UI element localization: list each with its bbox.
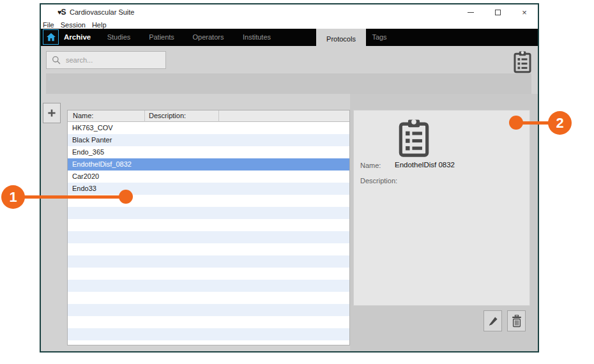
minimize-icon[interactable] <box>461 6 480 19</box>
table-body: HK763_COVBlack PanterEndo_365EndothelDis… <box>68 122 349 345</box>
home-button[interactable] <box>43 29 59 45</box>
table-row-empty[interactable] <box>68 231 349 243</box>
tab-tags[interactable]: Tags <box>372 33 386 41</box>
table-row-Endo_365[interactable]: Endo_365 <box>68 146 349 158</box>
screenshot-stage: ♥S Cardiovascular Suite × FileSessionHel… <box>0 0 594 364</box>
table-row-empty[interactable] <box>68 304 349 316</box>
column-separator <box>144 110 145 122</box>
protocols-table: Name: Description: HK763_COVBlack Panter… <box>67 110 350 345</box>
menu-item-help[interactable]: Help <box>92 21 107 29</box>
toolbar-strip <box>46 73 531 94</box>
delete-protocol-button[interactable] <box>507 310 526 331</box>
table-row-empty[interactable] <box>68 340 349 345</box>
callout-1-dot <box>119 190 133 204</box>
table-row-empty[interactable] <box>68 255 349 268</box>
table-row-Black Panter[interactable]: Black Panter <box>68 134 349 146</box>
table-row-empty[interactable] <box>68 268 349 280</box>
edit-protocol-button[interactable] <box>484 310 502 331</box>
maximize-icon[interactable] <box>488 6 507 19</box>
pencil-icon <box>487 315 499 327</box>
close-icon[interactable]: × <box>515 6 534 19</box>
table-row-empty[interactable] <box>68 219 349 231</box>
table-row-empty[interactable] <box>68 316 349 328</box>
table-row-empty[interactable] <box>68 243 349 255</box>
column-header-description: Description: <box>149 112 186 119</box>
trash-icon <box>511 315 522 328</box>
menubar: FileSessionHelp <box>41 20 538 29</box>
callout-1-badge: 1 <box>1 185 25 209</box>
search-box <box>46 51 166 69</box>
callout-2-badge: 2 <box>548 111 572 135</box>
title-bar: ♥S Cardiovascular Suite × <box>41 4 538 20</box>
table-row-EndothelDisf_0832[interactable]: EndothelDisf_0832 <box>68 158 349 171</box>
callout-2-dot <box>509 116 523 130</box>
detail-description-label: Description: <box>360 177 397 185</box>
protocols-clipboard-button[interactable] <box>512 50 533 73</box>
search-input[interactable] <box>66 56 155 64</box>
tab-patients[interactable]: Patients <box>149 33 174 41</box>
table-row-empty[interactable] <box>68 207 349 219</box>
column-separator <box>218 110 219 122</box>
tab-protocols[interactable]: Protocols <box>316 29 366 49</box>
home-icon <box>46 33 56 42</box>
table-row-empty[interactable] <box>68 280 349 292</box>
detail-name-value: EndothelDisf 0832 <box>395 161 455 169</box>
menu-item-session[interactable]: Session <box>61 21 86 29</box>
window-title: Cardiovascular Suite <box>70 8 135 16</box>
callout-1-line <box>13 195 126 199</box>
nav-archive-label[interactable]: Archive <box>64 33 91 41</box>
protocol-detail-panel: Name: EndothelDisf 0832 Description: <box>353 110 530 306</box>
table-row-HK763_COV[interactable]: HK763_COV <box>68 122 349 134</box>
add-protocol-button[interactable] <box>43 103 61 123</box>
app-window: ♥S Cardiovascular Suite × FileSessionHel… <box>40 3 539 353</box>
column-header-name: Name: <box>73 112 93 119</box>
main-area: Name: Description: HK763_COVBlack Panter… <box>41 46 538 351</box>
table-row-empty[interactable] <box>68 292 349 304</box>
table-header: Name: Description: <box>68 110 349 122</box>
clipboard-icon <box>512 50 533 73</box>
plus-icon <box>47 108 57 118</box>
menu-item-file[interactable]: File <box>43 21 54 29</box>
app-logo-icon: ♥S <box>57 8 66 17</box>
table-row-Car2020[interactable]: Car2020 <box>68 171 349 183</box>
search-icon <box>52 56 61 65</box>
table-row-Endo33[interactable]: Endo33 <box>68 183 349 195</box>
tab-studies[interactable]: Studies <box>107 33 131 41</box>
nav-bar: Archive StudiesPatientsOperatorsInstitut… <box>41 29 538 46</box>
table-row-empty[interactable] <box>68 328 349 340</box>
tab-institutes[interactable]: Institutes <box>243 33 271 41</box>
protocol-clipboard-icon <box>397 118 430 160</box>
detail-name-label: Name: <box>360 162 381 169</box>
tab-operators[interactable]: Operators <box>193 33 224 41</box>
